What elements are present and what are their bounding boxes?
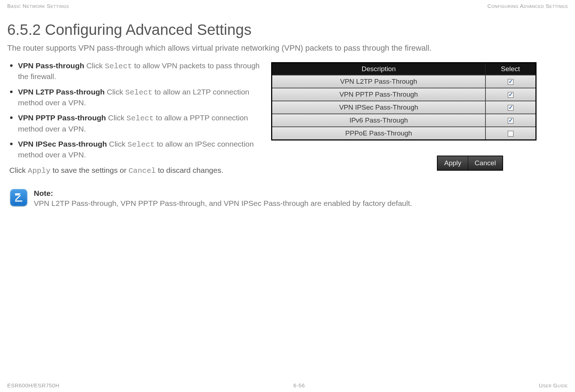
code-select: Select [105, 62, 132, 70]
header-description: Description [272, 63, 485, 75]
page-header: Basic Network Settings Configuring Advan… [7, 0, 568, 10]
table-header-row: Description Select [272, 63, 535, 75]
note-icon [10, 189, 27, 206]
apply-instruction: Click Apply to save the settings or Canc… [7, 165, 263, 176]
note-label: Note: [34, 188, 412, 198]
code-select: Select [128, 140, 155, 149]
definition-term: VPN PPTP Pass-through [18, 114, 106, 122]
row-description: VPN L2TP Pass-Through [272, 75, 485, 88]
row-description: VPN PPTP Pass-Through [272, 88, 485, 101]
table-row: VPN PPTP Pass-Through [272, 88, 535, 101]
list-item: VPN L2TP Pass-through Click Select to al… [18, 87, 263, 108]
table-row: VPN L2TP Pass-Through [272, 75, 535, 88]
code-apply: Apply [28, 167, 50, 175]
intro-paragraph: The router supports VPN pass-through whi… [7, 43, 568, 53]
footer-page-number: 6-56 [293, 382, 305, 388]
definition-term: VPN IPSec Pass-through [18, 140, 107, 148]
code-select: Select [125, 88, 152, 97]
row-description: IPv6 Pass-Through [272, 114, 485, 126]
cancel-button[interactable]: Cancel [468, 156, 502, 170]
checkbox-ipv6[interactable] [508, 118, 514, 124]
list-item: VPN IPSec Pass-through Click Select to a… [18, 139, 263, 160]
header-right: Configuring Advanced Settings [487, 3, 568, 9]
table-row: VPN IPSec Pass-Through [272, 101, 535, 114]
checkbox-l2tp[interactable] [508, 79, 514, 85]
header-left: Basic Network Settings [7, 3, 69, 9]
row-description: PPPoE Pass-Through [272, 127, 485, 139]
definition-term: VPN L2TP Pass-through [18, 88, 105, 96]
svg-rect-0 [15, 200, 22, 202]
code-cancel: Cancel [128, 167, 156, 175]
screenshot-column: Description Select VPN L2TP Pass-Through… [271, 61, 568, 171]
list-item: VPN Pass-through Click Select to allow V… [18, 61, 263, 82]
settings-table: Description Select VPN L2TP Pass-Through… [271, 62, 537, 140]
definition-term: VPN Pass-through [18, 61, 84, 70]
note-block: Note: VPN L2TP Pass-through, VPN PPTP Pa… [7, 188, 568, 209]
code-select: Select [127, 114, 154, 123]
footer-right: User Guide [539, 382, 568, 388]
page-title: 6.5.2 Configuring Advanced Settings [7, 21, 568, 38]
checkbox-pppoe[interactable] [508, 131, 514, 137]
definitions-column: VPN Pass-through Click Select to allow V… [7, 61, 263, 176]
header-select: Select [485, 63, 535, 75]
page-footer: ESR600H/ESR750H 6-56 User Guide [7, 382, 568, 388]
footer-left: ESR600H/ESR750H [7, 382, 59, 388]
checkbox-pptp[interactable] [508, 92, 514, 98]
apply-button[interactable]: Apply [438, 156, 468, 170]
list-item: VPN PPTP Pass-through Click Select to al… [18, 113, 263, 134]
table-row: PPPoE Pass-Through [272, 126, 535, 139]
checkbox-ipsec[interactable] [508, 105, 514, 111]
row-description: VPN IPSec Pass-Through [272, 101, 485, 114]
table-row: IPv6 Pass-Through [272, 114, 535, 126]
button-group: Apply Cancel [437, 156, 503, 171]
note-body: VPN L2TP Pass-through, VPN PPTP Pass-thr… [34, 199, 412, 207]
